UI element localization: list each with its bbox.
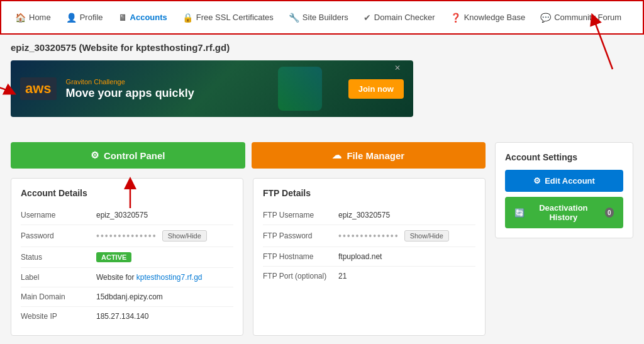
ftp-password-show-hide-button[interactable]: Show/Hide: [404, 230, 449, 241]
control-panel-button[interactable]: ⚙ Control Panel: [11, 142, 245, 169]
label-row: Label Website for kptesthosting7.rf.gd: [21, 268, 233, 287]
domain-icon: ✔: [364, 13, 371, 23]
ftp-details-card: FTP Details FTP Username epiz_30320575 F…: [253, 178, 486, 336]
action-buttons: ⚙ Control Panel ☁ File Manager: [11, 142, 486, 169]
page-content: epiz_30320575 (Website for kptesthosting…: [1, 35, 643, 343]
ftp-username-label: FTP Username: [263, 211, 332, 219]
nav-item-home[interactable]: 🏠 Home: [8, 1, 58, 33]
details-row: Account Details Username epiz_30320575 P…: [11, 178, 486, 336]
ftp-port-value: 21: [338, 272, 347, 280]
nav-item-knowledge-base[interactable]: ❓ Knowledge Base: [443, 1, 533, 33]
nav-item-profile[interactable]: 👤 Profile: [58, 1, 111, 33]
home-icon: 🏠: [15, 13, 26, 23]
file-manager-icon: ☁: [332, 150, 341, 161]
ftp-hostname-row: FTP Hostname ftpupload.net: [263, 247, 475, 267]
page-title: epiz_30320575 (Website for kptesthosting…: [11, 42, 633, 53]
ad-chip-graphic: [269, 60, 331, 117]
ftp-password-row: FTP Password •••••••••••••• Show/Hide: [263, 225, 475, 247]
site-builders-icon: 🔧: [289, 13, 299, 23]
edit-account-button[interactable]: ⚙ Edit Account: [505, 170, 623, 192]
right-sidebar: Account Settings ⚙ Edit Account 🔄 Deacti…: [495, 142, 633, 238]
password-dots: ••••••••••••••: [96, 231, 157, 241]
knowledge-icon: ❓: [450, 13, 461, 23]
main-domain-label: Main Domain: [21, 292, 90, 301]
ad-banner: aws Graviton Challenge Move your apps qu…: [11, 60, 413, 117]
nav-item-ssl[interactable]: 🔒 Free SSL Certificates: [175, 1, 281, 33]
aws-logo: aws: [20, 77, 57, 100]
deactivation-history-button[interactable]: 🔄 Deactivation History 0: [505, 197, 623, 228]
password-show-hide-button[interactable]: Show/Hide: [162, 230, 207, 241]
nav-bar: 🏠 Home 👤 Profile 🖥 Accounts 🔒 Free SSL C…: [0, 0, 644, 35]
ftp-port-label: FTP Port (optional): [263, 272, 332, 280]
nav-item-accounts[interactable]: 🖥 Accounts: [111, 1, 175, 33]
ftp-password-label: FTP Password: [263, 231, 332, 240]
nav-item-domain-checker[interactable]: ✔ Domain Checker: [356, 1, 443, 33]
control-panel-icon: ⚙: [91, 150, 99, 161]
ftp-username-row: FTP Username epiz_30320575: [263, 206, 475, 225]
main-domain-row: Main Domain 15dbdanj.epizy.com: [21, 287, 233, 307]
ftp-username-value: epiz_30320575: [338, 211, 390, 219]
deactivation-count-badge: 0: [605, 208, 614, 218]
ssl-icon: 🔒: [182, 13, 193, 23]
label-label: Label: [21, 273, 90, 282]
status-badge: ACTIVE: [96, 252, 131, 262]
ad-wrapper: aws Graviton Challenge Move your apps qu…: [11, 60, 413, 130]
status-row: Status ACTIVE: [21, 247, 233, 268]
ftp-password-field: •••••••••••••• Show/Hide: [338, 230, 449, 241]
password-label: Password: [21, 231, 90, 240]
website-ip-row: Website IP 185.27.134.140: [21, 307, 233, 326]
ftp-hostname-value: ftpupload.net: [338, 252, 382, 261]
action-buttons-wrapper: ⚙ Control Panel ☁ File Manager: [11, 142, 486, 169]
edit-account-icon: ⚙: [533, 176, 541, 186]
ftp-port-row: FTP Port (optional) 21: [263, 267, 475, 286]
ftp-password-dots: ••••••••••••••: [338, 231, 399, 241]
website-ip-label: Website IP: [21, 312, 90, 321]
password-row: Password •••••••••••••• Show/Hide: [21, 225, 233, 247]
username-value: epiz_30320575: [96, 211, 148, 219]
password-field: •••••••••••••• Show/Hide: [96, 230, 207, 241]
forum-icon: 💬: [540, 13, 551, 23]
ad-close-btn[interactable]: ✕: [394, 64, 401, 72]
username-row: Username epiz_30320575: [21, 206, 233, 225]
nav-item-community-forum[interactable]: 💬 Community Forum: [533, 1, 629, 33]
account-details-card: Account Details Username epiz_30320575 P…: [11, 178, 243, 336]
file-manager-button[interactable]: ☁ File Manager: [252, 142, 486, 169]
account-details-title: Account Details: [21, 188, 233, 198]
account-settings-card: Account Settings ⚙ Edit Account 🔄 Deacti…: [495, 142, 633, 238]
username-label: Username: [21, 211, 90, 219]
main-layout: ⚙ Control Panel ☁ File Manager: [11, 142, 633, 336]
status-label: Status: [21, 253, 90, 262]
ftp-details-title: FTP Details: [263, 188, 475, 198]
nav-item-site-builders[interactable]: 🔧 Site Builders: [281, 1, 356, 33]
label-value: Website for kptesthosting7.rf.gd: [96, 273, 203, 282]
profile-icon: 👤: [66, 13, 77, 23]
left-panel: ⚙ Control Panel ☁ File Manager: [11, 142, 486, 336]
account-settings-title: Account Settings: [505, 152, 623, 162]
label-link[interactable]: kptesthosting7.rf.gd: [136, 273, 203, 282]
ftp-hostname-label: FTP Hostname: [263, 252, 332, 261]
accounts-icon: 🖥: [118, 13, 127, 23]
website-ip-value: 185.27.134.140: [96, 312, 148, 321]
deactivation-icon: 🔄: [514, 208, 525, 218]
ad-join-button[interactable]: Join now: [348, 79, 404, 99]
main-domain-value: 15dbdanj.epizy.com: [96, 292, 163, 301]
